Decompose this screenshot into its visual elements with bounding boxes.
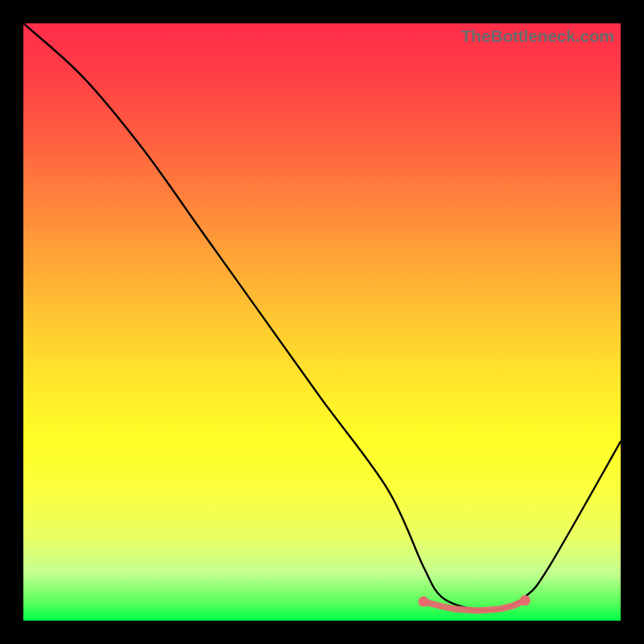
trough-end-dot	[419, 597, 429, 607]
plot-area: TheBottleneck.com	[23, 23, 621, 621]
trough-highlight	[423, 601, 525, 611]
bottleneck-curve	[23, 23, 621, 610]
chart-container: TheBottleneck.com	[0, 0, 644, 644]
curve-svg	[23, 23, 621, 621]
optimal-range-markers	[419, 595, 530, 610]
trough-end-dot	[520, 595, 530, 605]
